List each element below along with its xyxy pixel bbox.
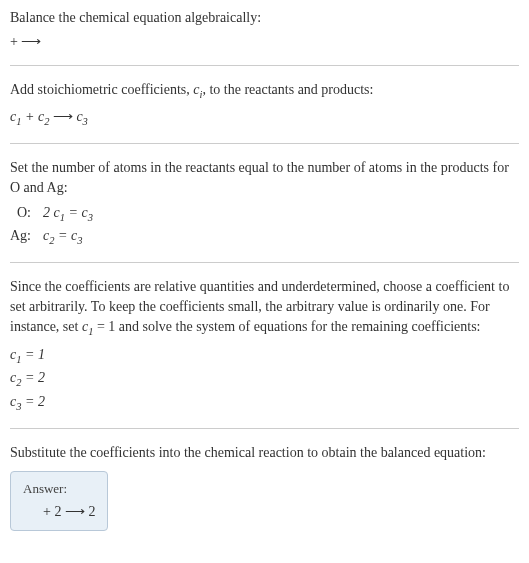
solve-text-b: and solve the system of equations for th… xyxy=(115,319,480,334)
o-lhs-c: 2 c xyxy=(43,205,60,220)
divider-2 xyxy=(10,143,519,144)
table-row: Ag: c2 = c3 xyxy=(10,226,93,248)
answer-label: Answer: xyxy=(23,480,95,498)
plus-1: + xyxy=(21,109,37,124)
c3-sub: 3 xyxy=(83,115,88,126)
equation-o: 2 c1 = c3 xyxy=(43,203,93,225)
balance-title: Balance the chemical equation algebraica… xyxy=(10,8,519,28)
c1-v: = 1 xyxy=(21,347,44,362)
answer-equation: + 2 ⟶ 2 xyxy=(23,502,95,522)
coeff-row: c2 = 2 xyxy=(10,368,519,390)
c2-v: = 2 xyxy=(21,370,44,385)
substitute-title: Substitute the coefficients into the che… xyxy=(10,443,519,463)
initial-arrow: + ⟶ xyxy=(10,34,41,49)
equation-ag: c2 = c3 xyxy=(43,226,93,248)
atoms-table: O: 2 c1 = c3 Ag: c2 = c3 xyxy=(10,203,93,248)
coefficients-title: Add stoichiometric coefficients, ci, to … xyxy=(10,80,519,102)
coefficients-equation: c1 + c2 ⟶ c3 xyxy=(10,107,519,129)
o-eq: = xyxy=(65,205,81,220)
ag-rhs-s: 3 xyxy=(77,235,82,246)
c3-v: = 2 xyxy=(21,394,44,409)
table-row: O: 2 c1 = c3 xyxy=(10,203,93,225)
set-val: = 1 xyxy=(93,319,115,334)
coefficient-solutions: c1 = 1 c2 = 2 c3 = 2 xyxy=(10,345,519,414)
solve-title: Since the coefficients are relative quan… xyxy=(10,277,519,339)
atoms-title: Set the number of atoms in the reactants… xyxy=(10,158,519,197)
section-solve: Since the coefficients are relative quan… xyxy=(10,277,519,414)
section-coefficients: Add stoichiometric coefficients, ci, to … xyxy=(10,80,519,129)
element-label-ag: Ag: xyxy=(10,226,43,248)
o-rhs-s: 3 xyxy=(88,212,93,223)
coeff-title-text: Add stoichiometric coefficients, ci, to … xyxy=(10,82,373,97)
coeff-row: c3 = 2 xyxy=(10,392,519,414)
element-label-o: O: xyxy=(10,203,43,225)
divider-3 xyxy=(10,262,519,263)
ag-eq: = xyxy=(54,228,70,243)
section-substitute: Substitute the coefficients into the che… xyxy=(10,443,519,530)
section-atoms: Set the number of atoms in the reactants… xyxy=(10,158,519,248)
section-balance: Balance the chemical equation algebraica… xyxy=(10,8,519,51)
balance-equation: + ⟶ xyxy=(10,32,519,52)
answer-arrow: + 2 ⟶ 2 xyxy=(43,504,95,519)
divider-1 xyxy=(10,65,519,66)
arrow-1: ⟶ xyxy=(49,109,76,124)
coeff-row: c1 = 1 xyxy=(10,345,519,367)
divider-4 xyxy=(10,428,519,429)
answer-box: Answer: + 2 ⟶ 2 xyxy=(10,471,108,531)
